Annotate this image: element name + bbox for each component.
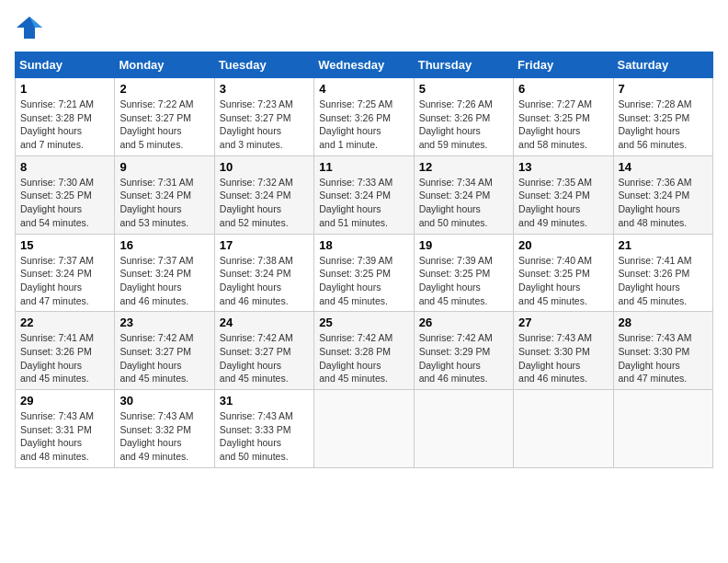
day-number: 31 [220,394,309,408]
col-header-friday: Friday [514,52,613,78]
logo [15,15,48,40]
day-info: Sunrise: 7:40 AMSunset: 3:25 PMDaylight … [518,254,608,308]
calendar-cell: 6Sunrise: 7:27 AMSunset: 3:25 PMDaylight… [514,78,613,156]
day-number: 5 [419,82,508,96]
calendar-cell: 23Sunrise: 7:42 AMSunset: 3:27 PMDayligh… [115,312,214,390]
col-header-tuesday: Tuesday [214,52,313,78]
day-number: 16 [119,238,209,252]
calendar-cell [414,390,513,468]
calendar-cell: 1Sunrise: 7:21 AMSunset: 3:28 PMDaylight… [16,78,115,156]
calendar-cell: 10Sunrise: 7:32 AMSunset: 3:24 PMDayligh… [214,155,313,234]
day-info: Sunrise: 7:34 AMSunset: 3:24 PMDaylight … [419,176,508,230]
day-number: 13 [518,160,608,174]
day-info: Sunrise: 7:26 AMSunset: 3:26 PMDaylight … [419,98,508,152]
day-info: Sunrise: 7:37 AMSunset: 3:24 PMDaylight … [119,254,209,308]
calendar-cell: 2Sunrise: 7:22 AMSunset: 3:27 PMDaylight… [115,78,214,156]
day-info: Sunrise: 7:39 AMSunset: 3:25 PMDaylight … [419,254,508,308]
day-number: 22 [20,316,109,329]
day-info: Sunrise: 7:42 AMSunset: 3:29 PMDaylight … [419,331,508,385]
day-number: 9 [119,160,209,174]
calendar-cell: 29Sunrise: 7:43 AMSunset: 3:31 PMDayligh… [16,390,115,468]
day-info: Sunrise: 7:41 AMSunset: 3:26 PMDaylight … [619,254,708,308]
calendar-week-row: 29Sunrise: 7:43 AMSunset: 3:31 PMDayligh… [16,390,713,468]
day-number: 4 [319,82,408,96]
day-info: Sunrise: 7:35 AMSunset: 3:24 PMDaylight … [518,176,608,230]
calendar-cell: 31Sunrise: 7:43 AMSunset: 3:33 PMDayligh… [214,390,313,468]
col-header-sunday: Sunday [16,52,115,78]
day-info: Sunrise: 7:30 AMSunset: 3:25 PMDaylight … [20,176,109,230]
calendar-cell: 22Sunrise: 7:41 AMSunset: 3:26 PMDayligh… [16,312,115,390]
day-info: Sunrise: 7:42 AMSunset: 3:27 PMDaylight … [119,331,209,385]
day-number: 7 [619,82,708,96]
calendar-week-row: 1Sunrise: 7:21 AMSunset: 3:28 PMDaylight… [16,78,713,156]
day-number: 30 [119,394,209,408]
calendar-cell: 4Sunrise: 7:25 AMSunset: 3:26 PMDaylight… [314,78,414,156]
day-number: 23 [119,316,209,329]
calendar-cell [314,390,414,468]
calendar-cell: 28Sunrise: 7:43 AMSunset: 3:30 PMDayligh… [613,312,712,390]
day-number: 3 [220,82,309,96]
col-header-wednesday: Wednesday [314,52,414,78]
calendar-week-row: 15Sunrise: 7:37 AMSunset: 3:24 PMDayligh… [16,234,713,312]
day-info: Sunrise: 7:39 AMSunset: 3:25 PMDaylight … [319,254,408,308]
calendar-cell: 11Sunrise: 7:33 AMSunset: 3:24 PMDayligh… [314,155,414,234]
day-number: 12 [419,160,508,174]
day-number: 6 [518,82,608,96]
calendar-cell: 19Sunrise: 7:39 AMSunset: 3:25 PMDayligh… [414,234,513,312]
day-info: Sunrise: 7:43 AMSunset: 3:30 PMDaylight … [619,331,708,385]
day-info: Sunrise: 7:42 AMSunset: 3:27 PMDaylight … [220,331,309,385]
day-number: 15 [20,238,109,252]
day-info: Sunrise: 7:43 AMSunset: 3:30 PMDaylight … [518,331,608,385]
day-info: Sunrise: 7:37 AMSunset: 3:24 PMDaylight … [20,254,109,308]
calendar-cell: 15Sunrise: 7:37 AMSunset: 3:24 PMDayligh… [16,234,115,312]
col-header-monday: Monday [115,52,214,78]
calendar-cell: 24Sunrise: 7:42 AMSunset: 3:27 PMDayligh… [214,312,313,390]
day-info: Sunrise: 7:38 AMSunset: 3:24 PMDaylight … [220,254,309,308]
calendar-week-row: 22Sunrise: 7:41 AMSunset: 3:26 PMDayligh… [16,312,713,390]
day-info: Sunrise: 7:32 AMSunset: 3:24 PMDaylight … [220,176,309,230]
col-header-saturday: Saturday [613,52,712,78]
day-number: 24 [220,316,309,329]
page-header [15,15,713,40]
day-number: 14 [619,160,708,174]
day-info: Sunrise: 7:36 AMSunset: 3:24 PMDaylight … [619,176,708,230]
calendar-cell [514,390,613,468]
day-info: Sunrise: 7:41 AMSunset: 3:26 PMDaylight … [20,331,109,385]
calendar-header-row: SundayMondayTuesdayWednesdayThursdayFrid… [16,52,713,78]
day-number: 10 [220,160,309,174]
day-info: Sunrise: 7:21 AMSunset: 3:28 PMDaylight … [20,98,109,152]
calendar-cell: 7Sunrise: 7:28 AMSunset: 3:25 PMDaylight… [613,78,712,156]
day-number: 27 [518,316,608,329]
day-info: Sunrise: 7:43 AMSunset: 3:31 PMDaylight … [20,409,109,464]
calendar-week-row: 8Sunrise: 7:30 AMSunset: 3:25 PMDaylight… [16,155,713,234]
calendar-table: SundayMondayTuesdayWednesdayThursdayFrid… [15,52,713,468]
calendar-cell: 5Sunrise: 7:26 AMSunset: 3:26 PMDaylight… [414,78,513,156]
day-number: 26 [419,316,508,329]
calendar-cell: 12Sunrise: 7:34 AMSunset: 3:24 PMDayligh… [414,155,513,234]
day-info: Sunrise: 7:42 AMSunset: 3:28 PMDaylight … [319,331,408,385]
day-number: 18 [319,238,408,252]
day-info: Sunrise: 7:23 AMSunset: 3:27 PMDaylight … [220,98,309,152]
calendar-cell: 30Sunrise: 7:43 AMSunset: 3:32 PMDayligh… [115,390,214,468]
day-info: Sunrise: 7:43 AMSunset: 3:33 PMDaylight … [220,409,309,464]
col-header-thursday: Thursday [414,52,513,78]
logo-icon [15,15,44,40]
day-info: Sunrise: 7:28 AMSunset: 3:25 PMDaylight … [619,98,708,152]
calendar-cell: 25Sunrise: 7:42 AMSunset: 3:28 PMDayligh… [314,312,414,390]
calendar-cell: 21Sunrise: 7:41 AMSunset: 3:26 PMDayligh… [613,234,712,312]
calendar-cell: 27Sunrise: 7:43 AMSunset: 3:30 PMDayligh… [514,312,613,390]
day-info: Sunrise: 7:27 AMSunset: 3:25 PMDaylight … [518,98,608,152]
day-number: 17 [220,238,309,252]
day-number: 25 [319,316,408,329]
calendar-cell: 17Sunrise: 7:38 AMSunset: 3:24 PMDayligh… [214,234,313,312]
day-number: 28 [619,316,708,329]
day-number: 2 [119,82,209,96]
calendar-cell: 14Sunrise: 7:36 AMSunset: 3:24 PMDayligh… [613,155,712,234]
day-info: Sunrise: 7:43 AMSunset: 3:32 PMDaylight … [119,409,209,464]
day-number: 20 [518,238,608,252]
day-info: Sunrise: 7:31 AMSunset: 3:24 PMDaylight … [119,176,209,230]
calendar-cell: 16Sunrise: 7:37 AMSunset: 3:24 PMDayligh… [115,234,214,312]
day-number: 11 [319,160,408,174]
calendar-cell: 18Sunrise: 7:39 AMSunset: 3:25 PMDayligh… [314,234,414,312]
day-number: 21 [619,238,708,252]
